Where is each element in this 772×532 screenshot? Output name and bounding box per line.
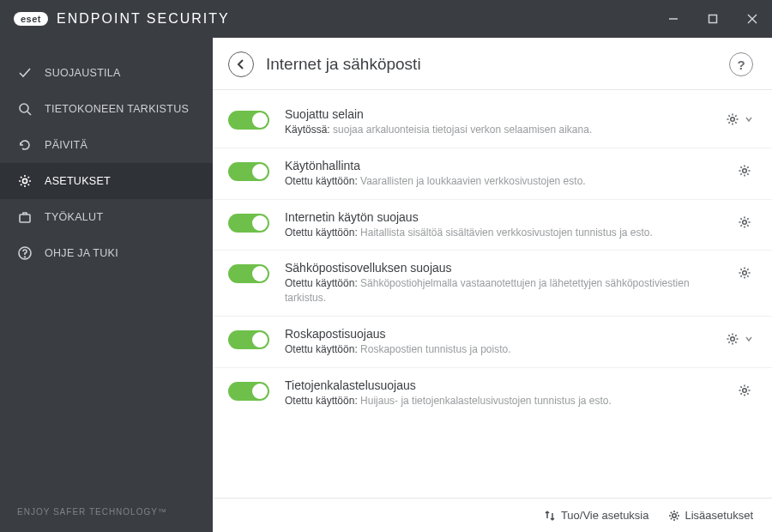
page-header: Internet ja sähköposti ?	[213, 38, 772, 90]
setting-gear-button[interactable]	[736, 162, 753, 179]
svg-line-5	[27, 112, 31, 115]
setting-title: Suojattu selain	[285, 107, 714, 121]
sidebar-item-label: PÄIVITÄ	[45, 139, 87, 151]
sidebar-item-gear[interactable]: ASETUKSET	[0, 163, 213, 199]
window-controls	[654, 0, 772, 38]
svg-point-11	[743, 168, 747, 172]
setting-actions	[724, 111, 753, 128]
toggle-switch[interactable]	[228, 330, 269, 349]
minimize-icon	[668, 14, 679, 24]
close-icon	[747, 14, 757, 24]
toggle-knob	[252, 112, 268, 128]
setting-actions	[736, 162, 753, 179]
toggle-knob	[252, 384, 268, 399]
app-window: eset ENDPOINT SECURITY SUOJAUSTILATIETOK…	[0, 0, 772, 532]
sidebar: SUOJAUSTILATIETOKONEEN TARKISTUSPÄIVITÄA…	[0, 38, 213, 532]
setting-actions	[736, 214, 753, 231]
svg-point-14	[731, 337, 735, 342]
import-export-button[interactable]: Tuo/Vie asetuksia	[544, 509, 649, 522]
chevron-down-icon[interactable]	[745, 335, 753, 343]
setting-subtitle: Käytössä: suojaa arkaluonteisia tietojas…	[285, 123, 714, 137]
setting-subtitle: Otettu käyttöön: Huijaus- ja tietojenkal…	[285, 394, 726, 408]
advanced-settings-label: Lisäasetukset	[685, 509, 754, 522]
setting-subtitle: Otettu käyttöön: Sähköpostiohjelmalla va…	[285, 276, 726, 305]
minimize-button[interactable]	[654, 0, 693, 38]
svg-point-12	[743, 220, 747, 224]
svg-point-9	[24, 257, 26, 258]
svg-point-4	[20, 104, 28, 112]
help-icon	[17, 245, 33, 261]
toggle-switch[interactable]	[228, 214, 269, 233]
sidebar-item-check[interactable]: SUOJAUSTILA	[0, 55, 213, 91]
setting-text: Internetin käytön suojausOtettu käyttöön…	[285, 210, 726, 240]
setting-row: RoskapostisuojausOtettu käyttöön: Roskap…	[213, 317, 772, 368]
sidebar-item-refresh[interactable]: PÄIVITÄ	[0, 127, 213, 163]
setting-actions	[736, 264, 753, 281]
magnifier-icon	[17, 101, 33, 117]
setting-actions	[736, 382, 753, 399]
footer: Tuo/Vie asetuksia Lisäasetukset	[213, 498, 772, 532]
sidebar-item-help[interactable]: OHJE JA TUKI	[0, 235, 213, 271]
toggle-switch[interactable]	[228, 162, 269, 181]
setting-subtitle: Otettu käyttöön: Haitallista sisältöä si…	[285, 226, 726, 240]
setting-title: Internetin käytön suojaus	[285, 210, 726, 224]
svg-point-13	[743, 271, 747, 275]
brand-logo: eset	[14, 12, 48, 26]
toggle-knob	[252, 266, 268, 281]
setting-row: KäytönhallintaOtettu käyttöön: Vaarallis…	[213, 148, 772, 200]
gear-icon	[668, 510, 680, 522]
briefcase-icon	[17, 209, 33, 225]
help-icon: ?	[737, 57, 745, 72]
setting-gear-button[interactable]	[724, 111, 741, 128]
maximize-icon	[708, 14, 718, 24]
svg-point-6	[22, 178, 27, 183]
toggle-switch[interactable]	[228, 111, 269, 130]
toggle-knob	[252, 332, 268, 348]
toggle-knob	[252, 164, 268, 179]
help-button[interactable]: ?	[729, 52, 753, 76]
svg-point-16	[672, 513, 675, 517]
setting-text: TietojenkalastelusuojausOtettu käyttöön:…	[285, 378, 726, 408]
sidebar-item-briefcase[interactable]: TYÖKALUT	[0, 199, 213, 235]
setting-gear-button[interactable]	[736, 264, 753, 281]
back-button[interactable]	[228, 51, 254, 77]
setting-title: Tietojenkalastelusuojaus	[285, 378, 726, 392]
toggle-switch[interactable]	[228, 382, 269, 401]
maximize-button[interactable]	[693, 0, 733, 38]
setting-actions	[724, 330, 753, 348]
setting-title: Roskapostisuojaus	[285, 327, 714, 341]
tagline: ENJOY SAFER TECHNOLOGY™	[0, 492, 213, 532]
svg-rect-7	[20, 215, 30, 222]
close-button[interactable]	[733, 0, 772, 38]
setting-title: Sähköpostisovelluksen suojaus	[285, 261, 726, 275]
sidebar-item-label: TYÖKALUT	[45, 211, 103, 223]
page-title: Internet ja sähköposti	[266, 55, 421, 74]
sidebar-item-magnifier[interactable]: TIETOKONEEN TARKISTUS	[0, 91, 213, 127]
setting-gear-button[interactable]	[736, 214, 753, 231]
advanced-settings-button[interactable]: Lisäasetukset	[668, 509, 754, 522]
toggle-switch[interactable]	[228, 264, 269, 283]
arrow-left-icon	[235, 58, 247, 70]
gear-icon	[17, 173, 33, 189]
titlebar: eset ENDPOINT SECURITY	[0, 0, 772, 38]
main-panel: Internet ja sähköposti ? Suojattu selain…	[213, 38, 772, 532]
setting-row: Internetin käytön suojausOtettu käyttöön…	[213, 200, 772, 251]
setting-row: Suojattu selainKäytössä: suojaa arkaluon…	[213, 97, 772, 148]
setting-row: Sähköpostisovelluksen suojausOtettu käyt…	[213, 251, 772, 317]
setting-text: KäytönhallintaOtettu käyttöön: Vaarallis…	[285, 159, 726, 189]
app-title: ENDPOINT SECURITY	[57, 11, 230, 27]
setting-text: Suojattu selainKäytössä: suojaa arkaluon…	[285, 107, 714, 137]
chevron-down-icon[interactable]	[745, 115, 753, 124]
body: SUOJAUSTILATIETOKONEEN TARKISTUSPÄIVITÄA…	[0, 38, 772, 532]
svg-point-15	[743, 388, 747, 392]
setting-gear-button[interactable]	[724, 330, 741, 348]
setting-row: TietojenkalastelusuojausOtettu käyttöön:…	[213, 368, 772, 419]
settings-list: Suojattu selainKäytössä: suojaa arkaluon…	[213, 90, 772, 498]
setting-text: RoskapostisuojausOtettu käyttöön: Roskap…	[285, 327, 714, 357]
setting-text: Sähköpostisovelluksen suojausOtettu käyt…	[285, 261, 726, 305]
refresh-icon	[17, 137, 33, 153]
setting-subtitle: Otettu käyttöön: Vaarallisten ja loukkaa…	[285, 174, 726, 189]
svg-rect-1	[709, 15, 717, 23]
sidebar-item-label: TIETOKONEEN TARKISTUS	[45, 103, 189, 115]
setting-gear-button[interactable]	[736, 382, 753, 399]
